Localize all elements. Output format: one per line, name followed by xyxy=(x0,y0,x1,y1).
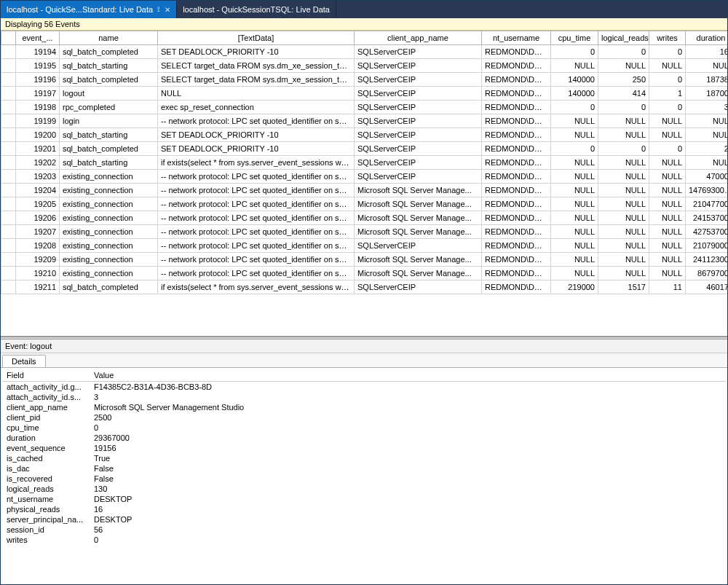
row-selector[interactable] xyxy=(1,128,16,142)
details-col-value[interactable]: Value xyxy=(90,369,726,382)
table-row[interactable]: 19201sql_batch_completedSET DEADLOCK_PRI… xyxy=(1,142,728,156)
row-selector[interactable] xyxy=(1,73,16,87)
table-row[interactable]: 19195sql_batch_startingSELECT target_dat… xyxy=(1,59,728,73)
col-textdata[interactable]: [TextData] xyxy=(158,31,355,45)
details-col-field[interactable]: Field xyxy=(2,369,90,382)
table-row[interactable]: 19211sql_batch_completedif exists(select… xyxy=(1,280,728,294)
table-row[interactable]: 19205existing_connection-- network proto… xyxy=(1,197,728,211)
details-row[interactable]: is_dacFalse xyxy=(2,463,726,474)
detail-field: logical_reads xyxy=(2,484,90,494)
table-row[interactable]: 19203existing_connection-- network proto… xyxy=(1,170,728,184)
table-row[interactable]: 19197logoutNULLSQLServerCEIPREDMOND\DES.… xyxy=(1,87,728,101)
table-row[interactable]: 19204existing_connection-- network proto… xyxy=(1,184,728,197)
cell-writes: 11 xyxy=(649,280,686,294)
table-row[interactable]: 19199login-- network protocol: LPC set q… xyxy=(1,114,728,128)
details-row[interactable]: is_recoveredFalse xyxy=(2,474,726,484)
cell-reads: NULL xyxy=(598,59,649,73)
col-selector[interactable] xyxy=(1,31,16,45)
cell-reads: 0 xyxy=(598,142,649,156)
cell-app: SQLServerCEIP xyxy=(355,142,482,156)
row-selector[interactable] xyxy=(1,156,16,170)
cell-writes: 0 xyxy=(649,73,686,87)
details-row[interactable]: server_principal_na...DESKTOP xyxy=(2,514,726,525)
cell-reads: NULL xyxy=(598,170,649,184)
row-selector[interactable] xyxy=(1,267,16,280)
cell-seq: 19199 xyxy=(16,114,60,128)
cell-app: Microsoft SQL Server Manage... xyxy=(355,267,482,280)
table-row[interactable]: 19202sql_batch_startingif exists(select … xyxy=(1,156,728,170)
tab-details[interactable]: Details xyxy=(2,355,46,367)
details-row[interactable]: cpu_time0 xyxy=(2,423,726,433)
table-row[interactable]: 19207existing_connection-- network proto… xyxy=(1,225,728,239)
col-logical-reads[interactable]: logical_reads xyxy=(598,31,649,45)
tab-livedata-standard[interactable]: localhost - QuickSe...Standard: Live Dat… xyxy=(1,1,177,18)
details-row[interactable]: client_pid2500 xyxy=(2,412,726,423)
detail-value: DESKTOP xyxy=(90,514,726,525)
detail-field: client_app_name xyxy=(2,402,90,412)
cell-textdata: SET DEADLOCK_PRIORITY -10 xyxy=(158,45,355,59)
cell-app: SQLServerCEIP xyxy=(355,156,482,170)
details-row[interactable]: client_app_nameMicrosoft SQL Server Mana… xyxy=(2,402,726,412)
cell-reads: NULL xyxy=(598,253,649,267)
row-selector[interactable] xyxy=(1,225,16,239)
table-row[interactable]: 19209existing_connection-- network proto… xyxy=(1,253,728,267)
details-row[interactable]: duration29367000 xyxy=(2,433,726,443)
col-event-sequence[interactable]: event_... xyxy=(16,31,60,45)
col-name[interactable]: name xyxy=(60,31,158,45)
row-selector[interactable] xyxy=(1,101,16,114)
table-row[interactable]: 19210existing_connection-- network proto… xyxy=(1,267,728,280)
details-row[interactable]: session_id56 xyxy=(2,525,726,535)
cell-cpu: NULL xyxy=(551,184,598,197)
col-duration[interactable]: duration xyxy=(686,31,728,45)
row-selector[interactable] xyxy=(1,280,16,294)
close-icon[interactable]: ✕ xyxy=(165,6,170,14)
table-row[interactable]: 19208existing_connection-- network proto… xyxy=(1,239,728,253)
details-row[interactable]: event_sequence19156 xyxy=(2,443,726,453)
details-row[interactable]: physical_reads16 xyxy=(2,504,726,514)
events-grid[interactable]: event_... name [TextData] client_app_nam… xyxy=(1,31,727,337)
cell-textdata: SET DEADLOCK_PRIORITY -10 xyxy=(158,128,355,142)
details-row[interactable]: logical_reads130 xyxy=(2,484,726,494)
table-row[interactable]: 19198rpc_completedexec sp_reset_connecti… xyxy=(1,101,728,114)
table-row[interactable]: 19206existing_connection-- network proto… xyxy=(1,211,728,225)
row-selector[interactable] xyxy=(1,184,16,197)
row-selector[interactable] xyxy=(1,239,16,253)
cell-app: SQLServerCEIP xyxy=(355,59,482,73)
cell-reads: 1517 xyxy=(598,280,649,294)
table-row[interactable]: 19194sql_batch_completedSET DEADLOCK_PRI… xyxy=(1,45,728,59)
row-selector[interactable] xyxy=(1,142,16,156)
pin-icon[interactable]: ⟟ xyxy=(157,5,160,14)
details-row[interactable]: attach_activity_id.g...F14385C2-B31A-4D3… xyxy=(2,382,726,393)
col-writes[interactable]: writes xyxy=(649,31,686,45)
cell-writes: NULL xyxy=(649,211,686,225)
table-row[interactable]: 19196sql_batch_completedSELECT target_da… xyxy=(1,73,728,87)
cell-app: SQLServerCEIP xyxy=(355,128,482,142)
row-selector[interactable] xyxy=(1,211,16,225)
tab-livedata-tsql[interactable]: localhost - QuickSessionTSQL: Live Data xyxy=(177,1,336,18)
details-row[interactable]: is_cachedTrue xyxy=(2,453,726,463)
cell-seq: 19204 xyxy=(16,184,60,197)
details-row[interactable]: nt_usernameDESKTOP xyxy=(2,494,726,504)
table-row[interactable]: 19200sql_batch_startingSET DEADLOCK_PRIO… xyxy=(1,128,728,142)
row-selector[interactable] xyxy=(1,45,16,59)
details-row[interactable]: attach_activity_id.s...3 xyxy=(2,392,726,402)
cell-writes: 0 xyxy=(649,45,686,59)
row-selector[interactable] xyxy=(1,197,16,211)
col-client-app[interactable]: client_app_name xyxy=(355,31,482,45)
details-body[interactable]: Field Value attach_activity_id.g...F1438… xyxy=(1,368,727,585)
detail-value: 0 xyxy=(90,535,726,545)
col-cpu-time[interactable]: cpu_time xyxy=(551,31,598,45)
details-row[interactable]: writes0 xyxy=(2,535,726,545)
row-selector[interactable] xyxy=(1,114,16,128)
row-selector[interactable] xyxy=(1,253,16,267)
row-selector[interactable] xyxy=(1,170,16,184)
cell-name: existing_connection xyxy=(60,211,158,225)
cell-seq: 19198 xyxy=(16,101,60,114)
cell-seq: 19208 xyxy=(16,239,60,253)
row-selector[interactable] xyxy=(1,87,16,101)
col-nt-username[interactable]: nt_username xyxy=(482,31,551,45)
cell-dur: 37 xyxy=(686,101,728,114)
cell-name: existing_connection xyxy=(60,184,158,197)
cell-seq: 19201 xyxy=(16,142,60,156)
row-selector[interactable] xyxy=(1,59,16,73)
